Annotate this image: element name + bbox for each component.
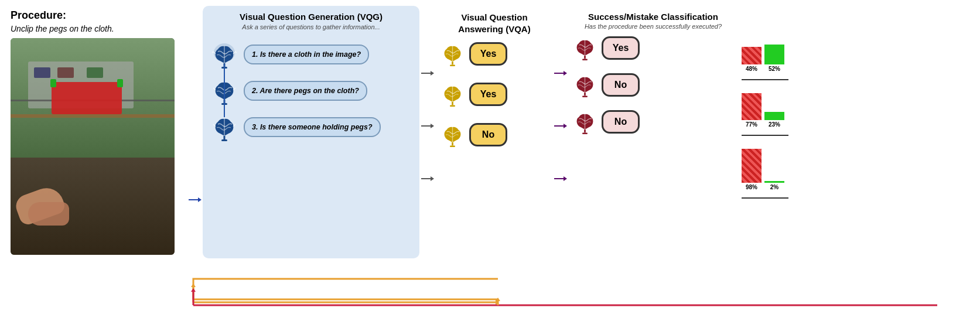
classification-subtitle: Has the procedure been successfully exec…	[572, 23, 735, 30]
svg-marker-18	[431, 71, 434, 76]
svg-marker-32	[564, 124, 567, 128]
procedure-section: Procedure: Unclip the pegs on the cloth.	[6, 6, 187, 258]
brain-red-2	[572, 71, 598, 98]
chart-pct-red-3: 98%	[746, 184, 757, 190]
svg-marker-45	[191, 284, 196, 287]
class-row-1: Yes	[572, 35, 735, 61]
classification-section: Success/Mistake Classification Has the p…	[568, 6, 738, 258]
full-wrapper: Procedure: Unclip the pegs on the cloth.	[0, 0, 980, 314]
chart-bar-green-2-wrap: 23%	[764, 112, 784, 128]
vqa-section: Visual Question Answering (VQA) Yes	[436, 6, 553, 258]
chart-baseline-line-2	[742, 135, 788, 136]
chart-bar-green-3	[764, 181, 784, 183]
answer-bubble-3: No	[469, 123, 507, 146]
svg-rect-36	[582, 59, 588, 60]
chart-pct-red-2: 77%	[746, 121, 757, 128]
svg-marker-20	[431, 124, 434, 128]
brain-yellow-1	[439, 40, 466, 67]
svg-marker-48	[191, 288, 196, 292]
arrow-vqg-vqa-1	[421, 69, 434, 78]
vqa-rows: Yes Yes	[439, 40, 549, 148]
svg-line-9	[213, 88, 216, 90]
chart-bar-green-1-wrap: 52%	[764, 45, 784, 72]
chart-bar-red-1-wrap: 48%	[742, 47, 762, 72]
vqa-to-class-arrows	[553, 47, 568, 205]
chart-pct-green-1: 52%	[769, 66, 780, 72]
brain-red-3	[572, 108, 598, 135]
brain-red-1	[572, 35, 598, 61]
classify-bubble-2: No	[602, 73, 640, 97]
question-bubble-1: 1. Is there a cloth in the image?	[244, 45, 369, 64]
vqg-section: Visual Question Generation (VQG) Ask a s…	[203, 6, 419, 258]
classification-title: Success/Mistake Classification	[572, 12, 735, 22]
class-row-2: No	[572, 71, 735, 98]
chart-pct-green-3: 2%	[770, 184, 778, 190]
svg-marker-22	[431, 176, 434, 181]
chart-bar-green-1	[764, 45, 784, 64]
arrow-vqa-cls-3	[554, 174, 567, 183]
charts-section: 48% 52% 77%	[738, 6, 974, 258]
svg-rect-38	[582, 95, 588, 97]
chart-bar-red-1	[742, 47, 762, 64]
arrow-vqg-vqa-2	[421, 121, 434, 131]
svg-rect-26	[450, 105, 455, 107]
arrow-vqa-cls-1	[554, 69, 567, 78]
proc-to-vqg-arrow	[187, 141, 203, 258]
classification-rows: Yes No	[572, 35, 735, 135]
svg-line-13	[213, 124, 216, 127]
svg-rect-24	[450, 64, 455, 66]
chart-baseline-line-1	[742, 79, 788, 80]
question-bubble-3: 3. Is there someone holding pegs?	[244, 117, 381, 137]
svg-rect-16	[221, 139, 227, 141]
arrow-vqa-cls-2	[554, 121, 567, 131]
vqg-to-vqa-arrows	[419, 47, 436, 205]
chart-pct-green-2: 23%	[769, 121, 780, 128]
vqg-row-2: 2. Are there pegs on the cloth?	[210, 73, 412, 109]
chart-bar-red-2	[742, 93, 762, 120]
vqa-row-2: Yes	[439, 81, 549, 107]
chart-pct-red-1: 48%	[746, 66, 757, 72]
vqg-inner: 1. Is there a cloth in the image?	[210, 36, 412, 145]
vqa-row-3: No	[439, 121, 549, 148]
svg-line-14	[233, 124, 235, 127]
vqa-title: Visual Question Answering (VQA)	[439, 12, 549, 35]
classify-bubble-1: Yes	[602, 36, 640, 60]
chart-bar-red-2-wrap: 77%	[742, 93, 762, 128]
charts-rows: 48% 52% 77%	[742, 45, 971, 199]
vqg-row-1: 1. Is there a cloth in the image?	[210, 36, 412, 73]
question-bubble-2: 2. Are there pegs on the cloth?	[244, 81, 367, 101]
vqg-title: Visual Question Generation (VQG)	[210, 12, 412, 22]
svg-line-4	[212, 52, 213, 53]
brain-yellow-2	[439, 81, 466, 107]
arrow-vqg-vqa-3	[421, 174, 434, 183]
chart-row-3: 98% 2%	[742, 149, 971, 190]
vqg-row-3: 3. Is there someone holding pegs?	[210, 109, 412, 145]
vqa-row-1: Yes	[439, 40, 549, 67]
answer-bubble-1: Yes	[469, 42, 507, 66]
svg-marker-34	[564, 176, 567, 181]
brain-yellow-3	[439, 121, 466, 148]
vqg-subtitle: Ask a series of questions to gather info…	[210, 23, 412, 30]
procedure-image	[11, 38, 175, 255]
chart-bar-red-3-wrap: 98%	[742, 149, 762, 190]
feedback-arrows	[0, 273, 980, 308]
chart-bar-green-2	[764, 112, 784, 120]
svg-line-6	[235, 52, 237, 53]
chart-bar-green-3-wrap: 2%	[764, 181, 784, 190]
chart-row-1: 48% 52%	[742, 45, 971, 72]
chart-row-2: 77% 23%	[742, 93, 971, 128]
procedure-title: Procedure:	[11, 9, 183, 22]
classify-bubble-3: No	[602, 110, 640, 134]
answer-bubble-2: Yes	[469, 83, 507, 106]
chart-baseline-line-3	[742, 197, 788, 199]
content-row: Procedure: Unclip the pegs on the cloth.	[0, 0, 980, 258]
vqg-vert-line	[224, 64, 225, 117]
svg-marker-30	[564, 71, 567, 76]
svg-rect-28	[450, 145, 455, 147]
svg-rect-40	[582, 132, 588, 134]
procedure-subtitle: Unclip the pegs on the cloth.	[11, 24, 183, 33]
chart-bar-red-3	[742, 149, 762, 183]
svg-line-10	[233, 88, 235, 90]
svg-marker-1	[198, 197, 202, 202]
class-row-3: No	[572, 108, 735, 135]
